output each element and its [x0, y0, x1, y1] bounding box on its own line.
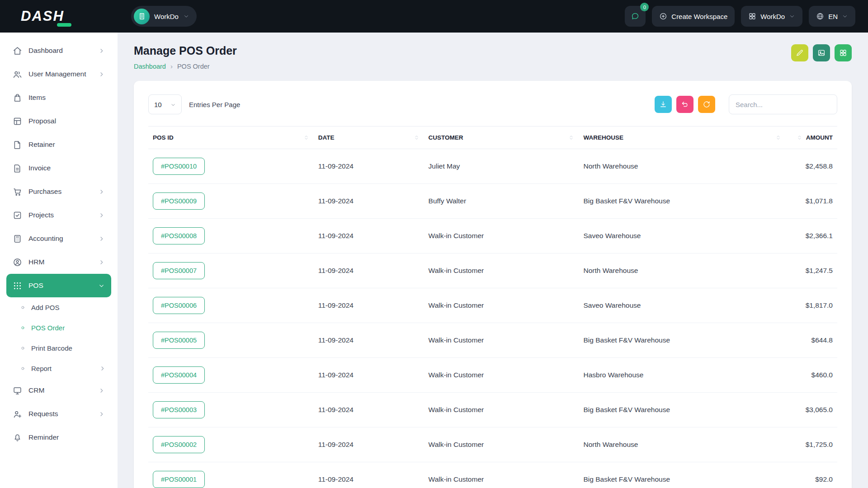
dot-circle-icon	[20, 366, 26, 371]
cell-date: 11-09-2024	[314, 393, 424, 427]
sidebar-item-accounting[interactable]: Accounting	[6, 227, 111, 250]
column-header-amount[interactable]: AMOUNT	[786, 127, 837, 149]
cell-amount: $3,065.0	[786, 393, 837, 427]
column-label: DATE	[318, 134, 335, 141]
workspace-selector[interactable]: WorkDo	[131, 6, 197, 27]
refresh-button[interactable]	[698, 96, 715, 113]
sidebar-item-purchases[interactable]: Purchases	[6, 180, 111, 203]
sidebar-item-label: User Management	[28, 70, 92, 78]
sidebar-item-proposal[interactable]: Proposal	[6, 109, 111, 133]
breadcrumb-separator: ›	[170, 62, 173, 70]
download-icon	[659, 100, 667, 108]
sidebar-item-crm[interactable]: CRM	[6, 379, 111, 402]
column-header-customer[interactable]: CUSTOMER	[424, 127, 579, 149]
grid-view-button[interactable]	[835, 44, 852, 61]
sidebar-item-dashboard[interactable]: Dashboard	[6, 39, 111, 62]
pos-id-link[interactable]: #POS00005	[153, 332, 205, 349]
sidebar-subitem-report[interactable]: Report	[14, 358, 111, 379]
sidebar-subitem-add-pos[interactable]: Add POS	[14, 297, 111, 318]
cell-amount: $1,071.8	[786, 184, 837, 219]
breadcrumb-dashboard[interactable]: Dashboard	[134, 63, 166, 70]
chevron-right-icon	[99, 365, 106, 372]
pos-id-link[interactable]: #POS00008	[153, 227, 205, 244]
create-workspace-button[interactable]: Create Workspace	[652, 6, 735, 27]
table-row: #POS0000911-09-2024Buffy WalterBig Baske…	[148, 184, 837, 219]
cell-pos-id: #POS00003	[148, 393, 314, 427]
workspace-menu-button[interactable]: WorkDo	[741, 6, 802, 27]
column-header-warehouse[interactable]: WAREHOUSE	[579, 127, 785, 149]
create-workspace-label: Create Workspace	[671, 13, 727, 20]
sidebar-subitem-label: Add POS	[31, 304, 106, 311]
pos-id-link[interactable]: #POS00004	[153, 366, 205, 384]
pos-id-link[interactable]: #POS00003	[153, 401, 205, 418]
chevron-right-icon	[98, 411, 105, 418]
cell-date: 11-09-2024	[314, 149, 424, 184]
pos-id-link[interactable]: #POS00001	[153, 471, 205, 488]
pos-id-link[interactable]: #POS00009	[153, 192, 205, 210]
hrm-icon	[13, 258, 22, 267]
chevron-right-icon	[98, 188, 105, 195]
grid-icon	[839, 49, 847, 57]
cell-warehouse: Big Basket F&V Warehouse	[579, 323, 785, 358]
table-body: #POS0001011-09-2024Juliet MayNorth Wareh…	[148, 149, 837, 488]
sidebar-item-invoice[interactable]: Invoice	[6, 156, 111, 180]
sidebar-item-pos[interactable]: POS	[6, 274, 111, 297]
column-label: AMOUNT	[806, 134, 833, 141]
workspace-name: WorkDo	[154, 13, 179, 20]
logo-text: DASH	[21, 8, 64, 24]
sidebar-item-requests[interactable]: Requests	[6, 402, 111, 426]
sidebar-item-label: POS	[28, 282, 92, 290]
pos-id-link[interactable]: #POS00002	[153, 436, 205, 453]
chevron-right-icon	[98, 235, 105, 242]
search-input[interactable]	[729, 94, 837, 114]
cell-warehouse: North Warehouse	[579, 149, 785, 184]
pencil-icon	[796, 49, 804, 57]
cell-warehouse: Big Basket F&V Warehouse	[579, 462, 785, 488]
workspace-menu-label: WorkDo	[760, 13, 785, 20]
cell-warehouse: North Warehouse	[579, 427, 785, 462]
pos-id-link[interactable]: #POS00007	[153, 262, 205, 279]
column-label: CUSTOMER	[429, 134, 463, 141]
cell-amount: $644.8	[786, 323, 837, 358]
export-button[interactable]	[655, 96, 672, 113]
undo-icon	[681, 100, 689, 108]
chevron-right-icon	[98, 212, 105, 219]
sidebar-item-items[interactable]: Items	[6, 86, 111, 109]
table-row: #POS0000711-09-2024Walk-in CustomerNorth…	[148, 253, 837, 288]
sidebar-subitem-pos-order[interactable]: POS Order	[14, 318, 111, 338]
cell-pos-id: #POS00010	[148, 149, 314, 184]
pencil-action-button[interactable]	[791, 44, 808, 61]
cell-amount: $92.0	[786, 462, 837, 488]
reset-button[interactable]	[676, 96, 693, 113]
table-row: #POS0000611-09-2024Walk-in CustomerSaveo…	[148, 288, 837, 323]
sidebar-item-hrm[interactable]: HRM	[6, 250, 111, 274]
proposal-icon	[13, 117, 22, 126]
cell-date: 11-09-2024	[314, 184, 424, 219]
image-action-button[interactable]	[813, 44, 830, 61]
chevron-down-icon	[183, 13, 189, 19]
pos-id-link[interactable]: #POS00006	[153, 297, 205, 314]
sidebar-subitem-label: Print Barcode	[31, 344, 106, 352]
language-selector[interactable]: EN	[809, 6, 855, 27]
column-header-pos-id[interactable]: POS ID	[148, 127, 314, 149]
sidebar-item-retainer[interactable]: Retainer	[6, 133, 111, 156]
pos-id-link[interactable]: #POS00010	[153, 158, 205, 175]
sidebar-item-projects[interactable]: Projects	[6, 203, 111, 227]
cell-customer: Walk-in Customer	[424, 462, 579, 488]
cell-warehouse: North Warehouse	[579, 253, 785, 288]
cell-pos-id: #POS00008	[148, 219, 314, 253]
cell-date: 11-09-2024	[314, 427, 424, 462]
messages-button[interactable]: 0	[625, 6, 646, 27]
entries-per-page-select[interactable]: 10	[148, 94, 182, 114]
column-header-date[interactable]: DATE	[314, 127, 424, 149]
message-icon	[631, 12, 639, 20]
column-label: WAREHOUSE	[583, 134, 623, 141]
language-label: EN	[828, 13, 838, 20]
app-logo[interactable]: DASH	[0, 8, 118, 24]
sidebar-item-reminder[interactable]: Reminder	[6, 426, 111, 449]
table-row: #POS0001011-09-2024Juliet MayNorth Wareh…	[148, 149, 837, 184]
cell-customer: Walk-in Customer	[424, 323, 579, 358]
sidebar-item-user-management[interactable]: User Management	[6, 62, 111, 86]
requests-icon	[13, 409, 22, 419]
sidebar-subitem-print-barcode[interactable]: Print Barcode	[14, 338, 111, 358]
